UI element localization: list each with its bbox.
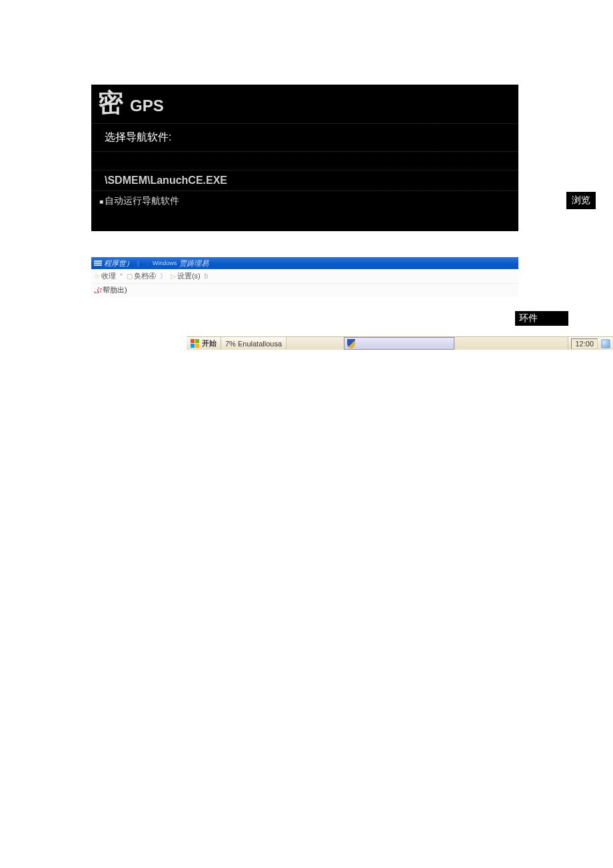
gps-title: GPS [130, 97, 164, 115]
svg-rect-1 [94, 262, 102, 264]
taskbar: 开始 7% Enulatallousa 12:00 [187, 336, 613, 350]
taskbar-security-button[interactable] [344, 337, 454, 350]
toolbar-sep-3: b [205, 272, 209, 280]
toolbar-help[interactable]: ぷ 帮肋出) [94, 285, 127, 295]
app-titlebar[interactable]: 程厚世） | : Windows 贾踌理易 [91, 257, 518, 269]
gps-select-software-label: 选择导航软件: [91, 124, 518, 152]
shield-icon [347, 339, 355, 348]
titlebar-divider-2: : [147, 260, 149, 266]
titlebar-windows-label: Windows [153, 260, 177, 266]
titlebar-text-1: 程厚世） [104, 258, 133, 268]
toolbar-sep-1: * [120, 272, 123, 280]
browse-button[interactable]: 浏览 [566, 192, 596, 209]
start-button[interactable]: 开始 [187, 337, 221, 350]
toolbar-favorites-label: 收理 [101, 271, 116, 281]
toolbar-help-label: 帮肋出) [103, 285, 127, 295]
ring-badge: 环件 [515, 311, 568, 326]
titlebar-divider: | [137, 260, 139, 266]
gps-path-input[interactable]: \SDMEM\LanuchCE.EXE [91, 171, 518, 191]
svg-rect-2 [94, 264, 102, 266]
swirl-icon: ぷ [94, 285, 101, 295]
toolbar-sep-2: 》 [160, 272, 167, 281]
gps-settings-panel: 密 GPS 选择导航软件: \SDMEM\LanuchCE.EXE ■ 自动运行… [91, 85, 518, 231]
gps-header: 密 GPS [91, 85, 518, 124]
taskbar-spacer-1 [287, 337, 344, 350]
gps-auto-run-label: 自动运行导航软件 [105, 195, 179, 207]
square-icon: ▢ [127, 272, 133, 280]
svg-rect-0 [94, 260, 102, 262]
system-tray: 12:00 [568, 337, 613, 350]
gps-spacer [91, 152, 518, 171]
tray-clock[interactable]: 12:00 [571, 338, 598, 349]
toolbar-settings-label: 设置(s) [177, 271, 201, 281]
window-icon [94, 259, 102, 267]
tray-show-desktop-icon[interactable] [601, 339, 610, 348]
app-toolbar: ☆ 收理 * ▢ 奂档④ 》 ▷ 设置(s) b [91, 269, 518, 284]
star-icon: ☆ [94, 272, 100, 280]
taskbar-fill [454, 337, 568, 350]
triangle-icon: ▷ [171, 272, 176, 280]
start-button-label: 开始 [202, 338, 217, 348]
toolbar-favorites[interactable]: ☆ 收理 [94, 271, 116, 281]
windows-flag-icon [191, 339, 200, 348]
gps-auto-run-checkbox[interactable]: ■ 自动运行导航软件 [91, 191, 518, 211]
titlebar-text-2: 贾踌理易 [179, 258, 209, 268]
taskbar-item-1-label: 7% Enulatallousa [225, 340, 282, 348]
resource-manager-window: 程厚世） | : Windows 贾踌理易 ☆ 收理 * ▢ 奂档④ 》 ▷ 设… [91, 257, 518, 297]
toolbar-archive-label: 奂档④ [134, 271, 156, 281]
gps-logo-icon: 密 [98, 90, 123, 115]
checkbox-icon: ■ [99, 198, 103, 205]
toolbar-archive[interactable]: ▢ 奂档④ [127, 271, 156, 281]
taskbar-item-1[interactable]: 7% Enulatallousa [221, 337, 287, 350]
toolbar-settings[interactable]: ▷ 设置(s) [171, 271, 201, 281]
app-toolbar-row-2: ぷ 帮肋出) [91, 284, 518, 297]
